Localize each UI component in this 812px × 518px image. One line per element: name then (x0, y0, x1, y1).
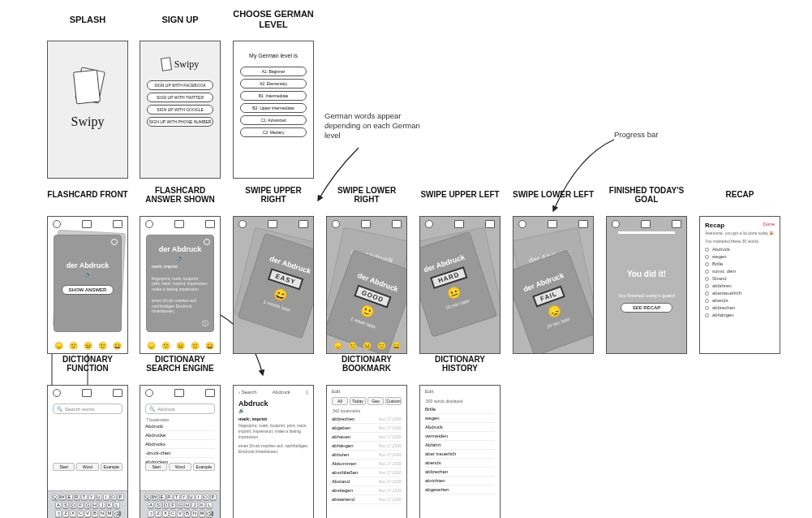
edit-button[interactable]: Edit (332, 389, 340, 394)
level-screen: My German level is A1: Beginner A2: Elem… (233, 41, 314, 179)
recap-item: wegen (705, 254, 775, 259)
bookmark-icon[interactable] (111, 239, 118, 245)
detail-word: Abdruck (234, 398, 313, 408)
title-level: CHOOSE GERMAN LEVEL (233, 10, 314, 29)
bookmark-list[interactable]: abbrechenNov 17,2020abgebenNov 17,2020ab… (327, 415, 406, 504)
keyboard[interactable]: QWERTYUIOPASDFGHJKL⇧ZXCVBNM⌫123spaceGo (140, 490, 220, 518)
bookmark-icon[interactable] (204, 239, 210, 245)
crumb: Abdruck (273, 390, 290, 395)
mini-card-icon (161, 57, 172, 71)
edit-button[interactable]: Edit (425, 389, 433, 394)
back-button[interactable]: ‹ Search (238, 390, 257, 395)
title-fin: FINISHED TODAY'S GOAL (606, 185, 687, 205)
book-icon[interactable] (113, 220, 122, 228)
keyboard[interactable]: QWERTYUIOPASDFGHJKL⇧ZXCVBNM⌫123spaceGo (48, 490, 127, 518)
search-icon: 🔍 (149, 406, 155, 412)
detail-def1: fingerprint; mark; footprint; print; tra… (234, 421, 313, 442)
show-answer-button[interactable]: SHOW ANSWER (62, 285, 114, 295)
recap-item: abfahren (705, 283, 775, 288)
splash-card-front (73, 70, 101, 105)
brand-text-small: Swipy (174, 58, 200, 71)
card-word: der Abdruck (147, 245, 213, 253)
recap-item: abenteuerlich (705, 291, 775, 296)
deck-icon[interactable] (174, 220, 184, 228)
card-pos: mark; imprint (152, 264, 178, 269)
recap-item: abends (705, 298, 775, 303)
recap-sub1: Awesome, you got a lot done today 🎉 (700, 231, 780, 239)
deck-icon[interactable] (82, 220, 92, 228)
recap-screen: Recap Done Awesome, you got a lot done t… (699, 216, 780, 354)
rating-2[interactable]: 🙁 (69, 342, 78, 350)
title-splash: SPLASH (47, 10, 128, 29)
rating-row: 😞🙁😐🙂😄 (48, 342, 127, 350)
seg-start[interactable]: Start (53, 463, 75, 471)
recap-list[interactable]: Abdruck wegen Brille sonst; dem Strand a… (700, 247, 780, 317)
finished-screen: You did it! You finished today's goals! … (606, 216, 687, 354)
title-dbm: DICTIONARY BOOKMARK (326, 354, 407, 373)
swipe-ur-screen: der Abdruck der Abdruck EASY 😄 1 month l… (233, 216, 314, 354)
rating-3[interactable]: 😐 (84, 342, 92, 350)
history-list[interactable]: BrillewegenAbdruckvermeidenAbfahrtaber t… (420, 405, 500, 494)
level-b2-button[interactable]: B2: Upper intermediate (240, 103, 307, 113)
wireframe-canvas: German words appear depending on each Ge… (10, 10, 812, 518)
done-title: You did it! (607, 270, 686, 278)
profile-icon[interactable] (145, 220, 153, 228)
speaker-icon[interactable]: 🔊 (178, 255, 183, 261)
splash-screen: Swipy (47, 41, 128, 179)
title-sll: SWIPE LOWER LEFT (513, 185, 594, 205)
title-recap: RECAP (699, 185, 780, 205)
rating-4[interactable]: 🙂 (98, 342, 107, 350)
bookmark-icon[interactable]: ▯ (306, 389, 308, 395)
profile-icon[interactable] (53, 220, 61, 228)
recap-heading: Recap (705, 222, 724, 229)
recap-item: abhängen (705, 313, 775, 317)
dict-function-screen: 🔍Search words Start Word Example QWERTYU… (47, 385, 128, 518)
speaker-icon[interactable]: 🔊 (85, 271, 91, 277)
title-dse: DICTIONARY SEARCH ENGINE (140, 354, 221, 373)
level-c2-button[interactable]: C2: Mastery (240, 127, 307, 137)
signup-facebook-button[interactable]: SIGN UP WITH FACEBOOK (147, 80, 213, 90)
level-c1-button[interactable]: C1: Advanced (240, 115, 307, 125)
signup-phone-button[interactable]: SIGN UP WITH PHONE NUMBER (147, 117, 213, 127)
seg-word[interactable]: Word (76, 463, 98, 471)
title-slr: SWIPE LOWER RIGHT (326, 185, 407, 205)
signup-logo: Swipy (140, 58, 220, 71)
dict-detail-screen: ‹ SearchAbdruck▯ Abdruck 🔊 mark; imprint… (233, 385, 314, 518)
splash-card-stack (71, 66, 104, 106)
arrows-svg (10, 10, 812, 518)
recap-item: sonst; dem (705, 269, 775, 274)
swipe-ll-screen: der Abdruck der Abdruck FAIL 😞 10 sec la… (513, 216, 594, 354)
seg-ex[interactable]: Example (101, 463, 122, 471)
see-recap-button[interactable]: SEE RECAP (621, 303, 672, 313)
book-icon[interactable] (205, 220, 215, 228)
flashcard-front[interactable]: der Abdruck 🔊 SHOW ANSWER (54, 235, 122, 332)
recap-item: Abdruck (705, 247, 775, 252)
speaker-icon[interactable]: 🔊 (234, 408, 313, 413)
flashcard-answer[interactable]: der Abdruck 🔊 mark; imprint fingerprint;… (146, 235, 214, 332)
recap-sub2: You mastered these 30 words (700, 239, 780, 247)
signup-twitter-button[interactable]: SIGN UP WITH TWITTER (147, 93, 213, 102)
hist-count: 500 words displayed (420, 397, 500, 405)
search-input-typed[interactable]: 🔍Abdruck (145, 404, 215, 414)
brand-logo: Swipy (48, 114, 127, 129)
bm-count: 342 bookmarks (327, 407, 406, 415)
title-ff: FLASHCARD FRONT (47, 185, 128, 205)
title-fa: FLASHCARD ANSWER SHOWN (140, 185, 221, 205)
rating-5[interactable]: 😄 (113, 342, 122, 350)
recap-done-button[interactable]: Done (763, 222, 775, 229)
recap-item: abbrechen (705, 305, 775, 310)
result-list[interactable]: AbdruckAbdruckeAbdrucks-druck-chenabdrüc… (140, 422, 220, 467)
search-input[interactable]: 🔍Search words (53, 404, 122, 414)
level-a2-button[interactable]: A2: Elementary (240, 79, 307, 88)
info-icon[interactable]: ⓘ (202, 319, 208, 328)
annotation-words: German words appear depending on each Ge… (324, 111, 430, 140)
signup-google-button[interactable]: SIGN UP WITH GOOGLE (147, 105, 213, 114)
title-detail (233, 354, 314, 373)
card-word: der Abdruck (54, 261, 121, 270)
title-sul: SWIPE UPPER LEFT (419, 185, 501, 205)
annotation-progress: Progress bar (614, 130, 658, 140)
rating-1[interactable]: 😞 (54, 342, 63, 350)
dict-bookmark-screen: Edit AllTodayGeoCustom 342 bookmarks abb… (326, 385, 407, 518)
level-a1-button[interactable]: A1: Beginner (240, 67, 307, 76)
level-b1-button[interactable]: B1: Intermediate (240, 91, 307, 101)
